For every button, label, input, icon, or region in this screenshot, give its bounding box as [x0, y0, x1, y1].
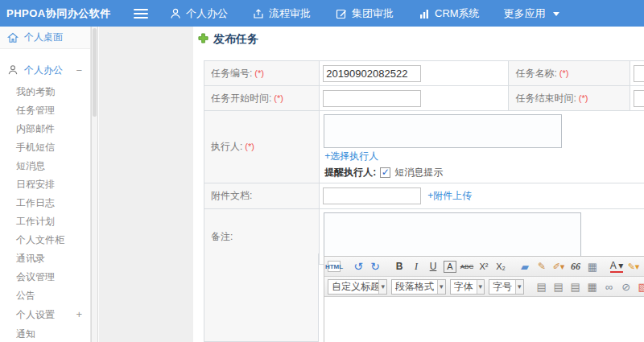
add-icon: [198, 33, 208, 46]
nav-item-label: CRM系统: [435, 6, 480, 21]
home-icon: [7, 32, 19, 43]
collapse-icon[interactable]: −: [76, 64, 82, 76]
font-color-button[interactable]: A ▾: [610, 260, 623, 273]
nav-item-label: 集团审批: [352, 6, 394, 21]
sms-prompt-label: 短消息提示: [394, 166, 443, 179]
editor-toolbar-row1: HTML↺↻BIUAABCX²X₂▰✎✐▾66▦A ▾✎▾≡ ▾≡ ▾▯: [324, 257, 644, 277]
format-painter-button[interactable]: ✐▾: [552, 259, 565, 274]
share-icon: [252, 7, 264, 19]
required-mark: (*): [245, 142, 254, 151]
justify-button[interactable]: ▦: [586, 279, 599, 294]
eraser-button[interactable]: ▰: [518, 259, 531, 274]
paste-table-button[interactable]: ▦: [586, 259, 599, 274]
attachment-input[interactable]: [323, 187, 421, 204]
topbar-nav: 个人办公流程审批集团审批CRM系统更多应用: [169, 6, 563, 21]
sidebar-item-my-attendance[interactable]: 我的考勤: [0, 83, 90, 101]
page-title-row: 发布任务: [198, 32, 258, 47]
sidebar-scrollbar[interactable]: [91, 27, 98, 342]
scrollbar-thumb[interactable]: [93, 28, 97, 117]
sidebar: 个人桌面 个人办公 − 我的考勤任务管理内部邮件手机短信短消息日程安排工作日志工…: [0, 27, 91, 342]
task-name-input[interactable]: [634, 65, 644, 82]
required-mark: (*): [579, 93, 588, 103]
start-time-label: 任务开始时间:: [211, 93, 271, 104]
sms-checkbox[interactable]: ✓: [380, 167, 390, 178]
font-size-select[interactable]: 字号▾: [489, 279, 524, 295]
required-mark: (*): [254, 68, 264, 78]
undo-button[interactable]: ↺: [352, 259, 365, 274]
redo-button[interactable]: ↻: [369, 259, 382, 274]
sidebar-item-meeting-management[interactable]: 会议管理: [0, 268, 90, 286]
user-icon: [7, 64, 19, 76]
subscript-button[interactable]: X₂: [494, 259, 507, 274]
app-logo: PHPOA协同办公软件: [0, 6, 122, 21]
attachment-upload-link[interactable]: +附件上传: [427, 189, 472, 203]
publish-task-form: 任务编号:(*) 任务名称:(*) 任务开始时间:(*) 任务结束时间:(*) …: [204, 60, 644, 265]
unlink-button[interactable]: ⊘: [620, 279, 633, 294]
sidebar-item-work-plan[interactable]: 工作计划: [0, 212, 90, 231]
task-no-input[interactable]: [323, 65, 421, 82]
nav-personal-office[interactable]: 个人办公: [169, 6, 228, 21]
sidebar-item-personal-file-cabinet[interactable]: 个人文件柜: [0, 231, 90, 249]
sidebar-item-internal-mail[interactable]: 内部邮件: [0, 120, 90, 138]
sidebar-item-contacts[interactable]: 通讯录: [0, 249, 90, 268]
brush-button[interactable]: ✎: [535, 259, 548, 274]
sidebar-item-personal-office[interactable]: 个人办公 −: [0, 59, 90, 81]
align-center-button[interactable]: ▤: [552, 279, 565, 294]
page-title: 发布任务: [213, 32, 258, 47]
highlight-button[interactable]: ✎▾: [627, 259, 640, 274]
image-button[interactable]: ▧: [637, 279, 644, 294]
nav-item-label: 个人办公: [186, 6, 228, 21]
task-no-label: 任务编号:: [211, 68, 252, 79]
task-content-label-cell: [204, 253, 319, 342]
align-right-button[interactable]: ▤: [569, 279, 582, 294]
nav-process-approval[interactable]: 流程审批: [252, 6, 311, 21]
sidebar-item-mobile-sms[interactable]: 手机短信: [0, 138, 90, 157]
remove-format-button[interactable]: A: [444, 261, 456, 273]
link-button[interactable]: ∞: [603, 279, 616, 294]
rich-text-editor: HTML↺↻BIUAABCX²X₂▰✎✐▾66▦A ▾✎▾≡ ▾≡ ▾▯ 自定义…: [324, 256, 644, 342]
sidebar-item-label: 个人桌面: [24, 31, 63, 44]
sidebar-item-work-log[interactable]: 工作日志: [0, 194, 90, 212]
paragraph-format-select[interactable]: 段落格式▾: [391, 279, 446, 295]
select-executor-link[interactable]: +选择执行人: [324, 150, 644, 163]
start-time-input[interactable]: [323, 90, 421, 107]
editor-toolbar-row2: 自定义标题▾段落格式▾字体▾字号▾▤▤▤▦∞⊘▧▧▥: [324, 277, 644, 297]
hamburger-menu-icon[interactable]: [134, 9, 148, 19]
italic-button[interactable]: I: [410, 259, 423, 274]
sidebar-item-announcement[interactable]: 公告: [0, 286, 90, 305]
bold-button[interactable]: B: [393, 259, 406, 274]
strikethrough-button[interactable]: ABC: [460, 259, 473, 274]
underline-button[interactable]: U: [427, 259, 440, 274]
sidebar-item-notice[interactable]: 通知: [0, 324, 90, 342]
custom-title-select[interactable]: 自定义标题▾: [328, 279, 387, 295]
sidebar-item-schedule[interactable]: 日程安排: [0, 175, 90, 194]
user-icon: [169, 7, 181, 19]
expand-icon[interactable]: +: [76, 305, 82, 324]
nav-crm-system[interactable]: CRM系统: [418, 6, 480, 21]
sidebar-item-label: 个人办公: [24, 64, 63, 77]
font-family-select[interactable]: 字体▾: [450, 279, 485, 295]
html-source-button[interactable]: HTML: [328, 261, 341, 272]
sidebar-item-label: 通知: [16, 328, 35, 340]
superscript-button[interactable]: X²: [477, 259, 490, 274]
sidebar-item-task-management[interactable]: 任务管理: [0, 101, 90, 120]
required-mark: (*): [559, 68, 569, 78]
edit-icon: [335, 7, 347, 19]
align-left-button[interactable]: ▤: [535, 279, 548, 294]
sidebar-item-personal-settings[interactable]: 个人设置 +: [0, 305, 90, 324]
sidebar-item-personal-desktop[interactable]: 个人桌面: [0, 27, 90, 49]
remind-executor-row: 提醒执行人: ✓ 短消息提示: [324, 166, 644, 179]
nav-more-apps[interactable]: 更多应用: [504, 6, 563, 21]
executor-textarea[interactable]: [324, 114, 562, 148]
top-navigation-bar: PHPOA协同办公软件 个人办公流程审批集团审批CRM系统更多应用: [0, 0, 644, 27]
attachment-label: 附件文档:: [211, 190, 252, 201]
editor-content-area[interactable]: [324, 297, 644, 342]
nav-group-approval[interactable]: 集团审批: [335, 6, 394, 21]
end-time-input[interactable]: [634, 90, 644, 107]
sidebar-office-list: 我的考勤任务管理内部邮件手机短信短消息日程安排工作日志工作计划个人文件柜通讯录会…: [0, 83, 90, 305]
remind-executor-label: 提醒执行人:: [324, 166, 376, 179]
task-name-label: 任务名称:: [515, 68, 556, 79]
remark-textarea[interactable]: [324, 212, 581, 262]
quote-button[interactable]: 66: [569, 259, 582, 274]
sidebar-item-short-message[interactable]: 短消息: [0, 157, 90, 175]
